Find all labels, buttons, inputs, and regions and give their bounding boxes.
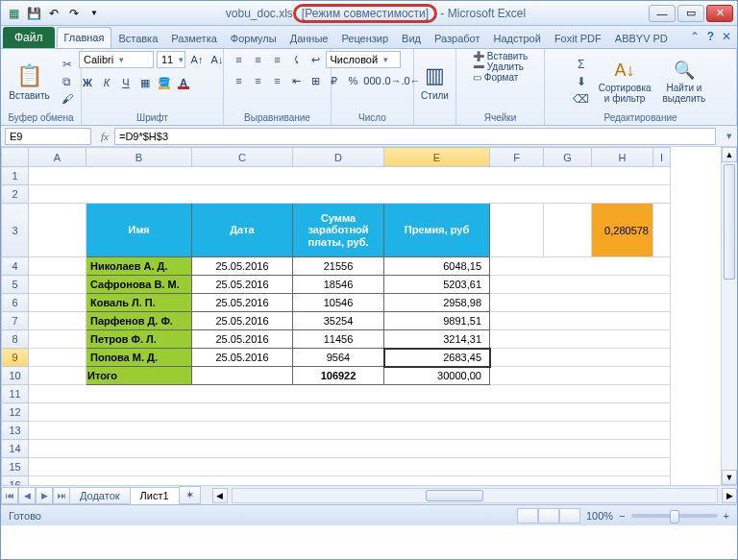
cell[interactable]: [490, 257, 671, 276]
cell-bonus[interactable]: 5203,61: [384, 276, 490, 294]
cell-name[interactable]: Парфенов Д. Ф.: [86, 312, 192, 330]
worksheet-grid[interactable]: A B C D E F G H I 1 2 3 Имя Дата Сумма з…: [1, 147, 737, 504]
row-header[interactable]: 15: [2, 458, 29, 476]
cell-date[interactable]: 25.05.2016: [192, 330, 293, 349]
cell-date[interactable]: 25.05.2016: [192, 276, 293, 294]
redo-icon[interactable]: ↷: [65, 5, 83, 22]
horizontal-scrollbar[interactable]: [232, 488, 718, 503]
cell-salary[interactable]: 11456: [293, 330, 384, 349]
cell-bonus[interactable]: 2958,98: [384, 294, 490, 312]
cell[interactable]: [29, 422, 671, 440]
font-name-combo[interactable]: Calibri▼: [79, 51, 154, 68]
cell-salary[interactable]: 18546: [293, 276, 384, 294]
cell-salary[interactable]: 9564: [293, 349, 384, 367]
cell[interactable]: [490, 294, 671, 312]
row-header[interactable]: 11: [2, 385, 29, 403]
cell[interactable]: [29, 440, 671, 458]
cell-date[interactable]: 25.05.2016: [192, 349, 293, 367]
cell-date[interactable]: 25.05.2016: [192, 257, 293, 276]
merge-button[interactable]: ⊞: [308, 72, 325, 89]
cell[interactable]: [29, 204, 86, 257]
row-header[interactable]: 1: [2, 167, 29, 185]
save-icon[interactable]: 💾: [25, 5, 42, 22]
cell[interactable]: [490, 367, 671, 385]
tab-home[interactable]: Главная: [57, 27, 112, 48]
active-cell[interactable]: 2683,45: [384, 349, 490, 367]
align-right-button[interactable]: ≡: [269, 72, 286, 89]
cut-button[interactable]: ✂: [58, 56, 77, 73]
scroll-thumb[interactable]: [724, 164, 735, 280]
fx-icon[interactable]: fx: [101, 131, 109, 142]
view-layout-button[interactable]: [538, 508, 559, 523]
cell-total-label[interactable]: Итого: [86, 367, 192, 385]
tab-addins[interactable]: Надстрой: [486, 29, 547, 48]
col-header[interactable]: F: [490, 148, 544, 167]
cell-total-bonus[interactable]: 30000,00: [384, 367, 490, 385]
tab-formulas[interactable]: Формулы: [224, 29, 283, 48]
cell-bonus[interactable]: 9891,51: [384, 312, 490, 330]
format-cells-icon[interactable]: ▭: [473, 72, 481, 83]
align-left-button[interactable]: ≡: [231, 72, 248, 89]
cell[interactable]: [29, 185, 671, 204]
new-sheet-button[interactable]: ✶: [179, 486, 201, 504]
col-header[interactable]: I: [653, 148, 671, 167]
sort-filter-button[interactable]: A↓ Сортировка и фильтр: [595, 59, 655, 106]
cell[interactable]: [490, 349, 671, 367]
table-header[interactable]: Имя: [86, 204, 192, 257]
border-button[interactable]: ▦: [136, 74, 154, 91]
fill-button[interactable]: ⬇: [572, 73, 591, 90]
orientation-button[interactable]: ⤹: [288, 51, 306, 68]
cell-bonus[interactable]: 3214,31: [384, 330, 490, 349]
cell-salary[interactable]: 10546: [293, 294, 384, 312]
align-middle-button[interactable]: ≡: [250, 51, 267, 68]
sheet-nav-next[interactable]: ▶: [36, 487, 53, 504]
cell-salary[interactable]: 21556: [293, 257, 384, 276]
tab-developer[interactable]: Разработ: [428, 29, 486, 48]
indent-dec-button[interactable]: ⇤: [288, 72, 306, 89]
sheet-nav-first[interactable]: ⏮: [1, 487, 18, 504]
cell[interactable]: [29, 257, 86, 276]
cell[interactable]: [490, 330, 671, 349]
cell-name[interactable]: Николаев А. Д.: [86, 257, 192, 276]
table-header[interactable]: Премия, руб: [384, 204, 490, 257]
insert-cells-button[interactable]: Вставить: [487, 51, 528, 61]
row-header[interactable]: 7: [2, 312, 29, 330]
cell-name[interactable]: Сафронова В. М.: [86, 276, 192, 294]
delete-cells-button[interactable]: Удалить: [487, 61, 524, 72]
table-header[interactable]: Сумма заработной платы, руб.: [293, 204, 384, 257]
file-tab[interactable]: Файл: [3, 27, 55, 48]
cell[interactable]: [29, 330, 86, 349]
row-header[interactable]: 10: [2, 367, 29, 385]
tab-review[interactable]: Рецензир: [334, 29, 395, 48]
col-header[interactable]: E: [384, 148, 490, 167]
italic-button[interactable]: К: [98, 74, 115, 91]
cell[interactable]: [29, 312, 86, 330]
wrap-text-button[interactable]: ↩: [308, 51, 325, 68]
cell-h3[interactable]: 0,280578: [592, 204, 653, 257]
row-header[interactable]: 9: [2, 349, 29, 367]
row-header[interactable]: 13: [2, 422, 29, 440]
col-header[interactable]: G: [544, 148, 592, 167]
table-header[interactable]: Дата: [192, 204, 293, 257]
cell-name[interactable]: Коваль Л. П.: [86, 294, 192, 312]
cell-salary[interactable]: 35254: [293, 312, 384, 330]
increase-decimal-button[interactable]: .0→: [383, 72, 401, 89]
number-format-combo[interactable]: Числовой▼: [326, 51, 401, 68]
row-header[interactable]: 14: [2, 440, 29, 458]
cell[interactable]: [653, 204, 671, 257]
scroll-down-button[interactable]: ▼: [722, 470, 737, 485]
tab-view[interactable]: Вид: [395, 29, 428, 48]
sheet-tab-active[interactable]: Лист1: [130, 487, 180, 504]
row-header[interactable]: 3: [2, 204, 29, 257]
tab-foxit[interactable]: Foxit PDF: [548, 29, 608, 48]
align-center-button[interactable]: ≡: [250, 72, 267, 89]
comma-button[interactable]: 000: [364, 72, 381, 89]
qat-more-icon[interactable]: ▼: [86, 5, 103, 22]
align-top-button[interactable]: ≡: [231, 51, 248, 68]
row-header[interactable]: 6: [2, 294, 29, 312]
scroll-up-button[interactable]: ▲: [722, 147, 737, 162]
help-icon[interactable]: ?: [707, 30, 714, 43]
font-color-button[interactable]: A: [175, 74, 192, 91]
cell[interactable]: [29, 367, 86, 385]
cell[interactable]: [29, 294, 86, 312]
